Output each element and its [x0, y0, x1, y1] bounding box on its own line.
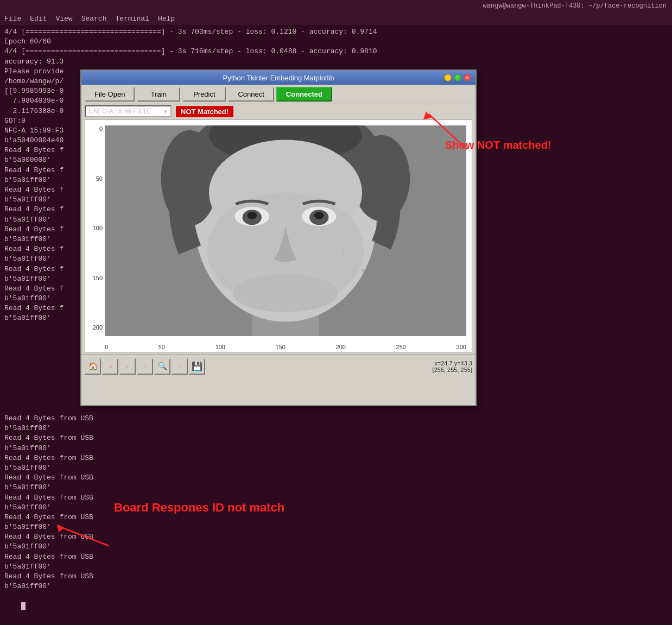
terminal-line-10: NFC-A 15:99:F3 [4, 126, 76, 136]
x-label-0: 0 [105, 344, 108, 350]
terminal-line-18: Read 4 Bytes f [4, 205, 76, 214]
terminal-line-6: [[9.9985993e-0 [4, 86, 76, 96]
terminal-line-1: Epoch 60/60 [4, 37, 76, 47]
terminal-line-11: b'a50400004e40 [4, 136, 76, 146]
arrow-board-svg [54, 521, 119, 548]
xy-coords: x=24.7 y=43.3 [433, 360, 472, 367]
face-image-svg [105, 125, 466, 336]
arrow-not-matched-svg [413, 106, 478, 155]
not-matched-badge: NOT Matched! [176, 106, 233, 117]
menu-file[interactable]: File [4, 15, 21, 23]
terminal-line-20: Read 4 Bytes f [4, 225, 76, 235]
y-label-2: 100 [93, 225, 103, 231]
terminal-line-16: Read 4 Bytes f [4, 185, 76, 195]
settings-icon-button[interactable]: ≡ [172, 358, 188, 375]
terminal-line-8: 2.1176388e-0 [4, 106, 76, 116]
bottom-line-2: Read 4 Bytes from USB [4, 433, 668, 443]
connect-button[interactable]: Connect [228, 87, 274, 102]
menu-terminal[interactable]: Terminal [115, 15, 149, 23]
bottom-line-3: b'5a01ff00' [4, 444, 668, 453]
terminal-line-4: Please provide [4, 67, 76, 77]
y-label-4: 200 [93, 324, 103, 331]
plot-toolbar-buttons: 🏠 ◀ ▶ ✥ 🔍 ≡ 💾 [85, 358, 205, 375]
bottom-line-1: b'5a01ff00' [4, 424, 668, 433]
minimize-button[interactable]: – [444, 74, 452, 81]
terminal-line-5: /home/wangw/p/ [4, 77, 76, 86]
terminal-line-29: b'5a01ff00' [4, 313, 76, 323]
bottom-line-16: Read 4 Bytes from USB [4, 572, 668, 582]
bottom-line-17: b'5a01ff00' [4, 582, 668, 591]
terminal-cursor-line [4, 591, 668, 621]
tkinter-window-controls: – □ × [444, 74, 471, 81]
terminal-line-28: Read 4 Bytes f [4, 304, 76, 313]
y-axis-labels: 0 50 100 150 200 [85, 125, 105, 331]
svg-rect-17 [362, 269, 364, 272]
zoom-icon-button[interactable]: 🔍 [154, 358, 170, 375]
back-icon-button[interactable]: ◀ [102, 358, 118, 375]
terminal-line-14: Read 4 Bytes f [4, 166, 76, 175]
tkinter-title-text: Python Tkinter Embeding Matplotlib [113, 74, 444, 82]
terminal-title-bar: wangw@wangw-ThinkPad-T430: ~/p/face-reco… [0, 0, 672, 12]
tkinter-toolbar-row1: File Open Train Predict Connect Connecte… [81, 85, 476, 104]
dropdown-arrow-icon: ▼ [163, 109, 168, 115]
terminal-cursor [21, 602, 26, 610]
terminal-line-27: b'5a01ff00' [4, 294, 76, 304]
terminal-line-22: Read 4 Bytes f [4, 244, 76, 254]
terminal-line-21: b'5a01ff00' [4, 235, 76, 244]
bottom-line-6: Read 4 Bytes from USB [4, 473, 668, 483]
svg-line-22 [60, 527, 109, 546]
home-icon-button[interactable]: 🏠 [85, 358, 101, 375]
terminal-title-text: wangw@wangw-ThinkPad-T430: ~/p/face-reco… [483, 2, 667, 10]
terminal-line-9: GOT:0 [4, 116, 76, 126]
svg-point-15 [233, 274, 338, 312]
nfc-dropdown[interactable]: 1,NFC-A,15:99:F3:1E ▼ [85, 105, 172, 117]
bottom-line-5: b'5a01ff00' [4, 463, 668, 473]
terminal-line-0: 4/4 [================================] -… [4, 27, 76, 37]
predict-button[interactable]: Predict [182, 87, 226, 102]
svg-rect-19 [199, 260, 201, 262]
x-label-4: 200 [336, 344, 346, 350]
maximize-button[interactable]: □ [454, 74, 461, 81]
menu-bar: File Edit View Search Terminal Help [0, 12, 672, 25]
bottom-line-14: Read 4 Bytes from USB [4, 552, 668, 562]
menu-edit[interactable]: Edit [30, 15, 47, 23]
terminal-line-24: Read 4 Bytes f [4, 264, 76, 274]
menu-search[interactable]: Search [81, 15, 107, 23]
menu-help[interactable]: Help [158, 15, 175, 23]
svg-point-14 [314, 212, 324, 219]
y-label-1: 50 [96, 175, 103, 182]
tkinter-title-bar: Python Tkinter Embeding Matplotlib – □ × [81, 71, 476, 85]
train-button[interactable]: Train [137, 87, 180, 102]
terminal-line-3: accuracy: 91.3 [4, 57, 76, 67]
terminal-output-bottom: Read 4 Bytes from USB b'5a01ff00' Read 4… [0, 412, 672, 623]
forward-icon-button[interactable]: ▶ [119, 358, 136, 375]
svg-point-13 [247, 212, 257, 219]
svg-rect-16 [343, 250, 345, 252]
save-icon-button[interactable]: 💾 [189, 358, 205, 375]
file-open-button[interactable]: File Open [85, 87, 135, 102]
bottom-line-8: Read 4 Bytes from USB [4, 493, 668, 503]
terminal-line-23: b'5a01ff00' [4, 254, 76, 264]
x-label-1: 50 [159, 344, 165, 350]
dropdown-value: 1,NFC-A,15:99:F3:1E [88, 108, 150, 115]
board-response-annotation: Board Respones ID not match [114, 501, 284, 515]
plot-toolbar: 🏠 ◀ ▶ ✥ 🔍 ≡ 💾 x=24.7 y=43.3 [255, 255, 2… [81, 354, 476, 378]
close-button[interactable]: × [464, 74, 471, 81]
connected-button[interactable]: Connected [276, 87, 332, 102]
x-label-3: 150 [276, 344, 286, 350]
x-label-2: 100 [215, 344, 225, 350]
bottom-line-9: b'5a01ff00' [4, 503, 668, 513]
bottom-line-4: Read 4 Bytes from USB [4, 453, 668, 463]
terminal-line-13: b'5a000000' [4, 155, 76, 165]
terminal-line-19: b'5a01ff00' [4, 215, 76, 225]
menu-view[interactable]: View [55, 15, 72, 23]
face-image-area [105, 125, 466, 336]
terminal-output-top: 4/4 [================================] -… [0, 25, 80, 326]
terminal-line-7: 7.9804039e-0 [4, 96, 76, 106]
x-axis-labels: 0 50 100 150 200 250 300 [105, 344, 466, 350]
terminal-line-2: 4/4 [================================] -… [4, 47, 76, 56]
x-label-6: 300 [457, 344, 466, 350]
terminal-line-12: Read 4 Bytes f [4, 146, 76, 155]
svg-marker-23 [57, 524, 64, 532]
pan-icon-button[interactable]: ✥ [137, 358, 153, 375]
